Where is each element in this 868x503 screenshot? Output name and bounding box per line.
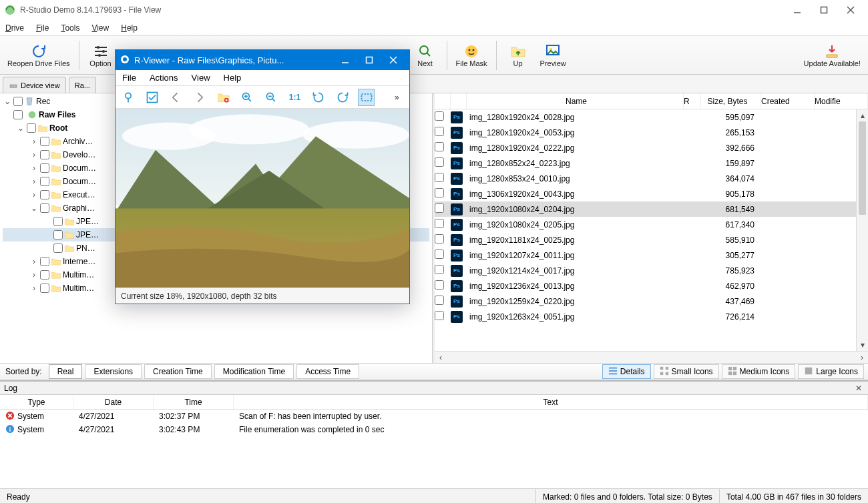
tree-checkbox[interactable] [40, 257, 49, 266]
prev-icon[interactable] [167, 89, 184, 106]
expand-icon[interactable]: ⌄ [16, 123, 25, 133]
file-row[interactable]: Psimg_1920x1207x24_0011.jpg305,277 [435, 247, 868, 263]
log-col-time[interactable]: Time [154, 395, 234, 409]
expand-icon[interactable]: ⌄ [29, 203, 39, 213]
expand-icon[interactable]: › [29, 163, 39, 173]
up-button[interactable]: Up [502, 38, 534, 73]
tree-checkbox[interactable] [40, 190, 49, 199]
menu-help[interactable]: Help [121, 23, 138, 33]
scroll-right-icon[interactable]: › [856, 353, 868, 362]
file-row[interactable]: Psimg_1280x1920x24_0028.jpg595,097 [435, 109, 868, 125]
expand-icon[interactable]: › [29, 270, 39, 280]
tree-checkbox[interactable] [53, 243, 63, 253]
tree-checkbox[interactable] [40, 270, 49, 280]
file-checkbox[interactable] [435, 127, 444, 136]
expand-icon[interactable]: › [29, 284, 39, 293]
file-checkbox[interactable] [435, 249, 444, 259]
tree-checkbox[interactable] [13, 110, 23, 119]
file-checkbox[interactable] [435, 219, 444, 228]
rotate-right-icon[interactable] [334, 89, 351, 106]
file-row[interactable]: Psimg_1280x1920x24_0222.jpg392,666 [435, 140, 868, 155]
tree-checkbox[interactable] [40, 203, 49, 213]
file-row[interactable]: Psimg_1920x1263x24_0051.jpg726,214 [435, 309, 868, 324]
recover-icon[interactable] [215, 89, 232, 106]
zoom-actual-icon[interactable]: 1:1 [286, 89, 304, 106]
scroll-down-icon[interactable]: ▾ [857, 339, 868, 351]
sort-button[interactable]: Access Time [296, 364, 359, 379]
view-mode-button[interactable]: Details [602, 364, 651, 379]
vertical-scrollbar[interactable]: ▴ ▾ [856, 109, 868, 351]
rviewer-menu-view[interactable]: View [192, 73, 210, 83]
column-modified[interactable]: Modifie [815, 93, 868, 109]
view-mode-button[interactable]: Medium Icons [722, 364, 796, 379]
file-row[interactable]: Psimg_1920x1259x24_0220.jpg437,469 [435, 294, 868, 309]
pin-icon[interactable] [120, 89, 137, 106]
select-icon[interactable] [144, 89, 161, 106]
view-mode-button[interactable]: Small Icons [654, 364, 719, 379]
menu-tools[interactable]: Tools [61, 23, 79, 33]
more-icon[interactable]: » [388, 89, 405, 106]
view-mode-button[interactable]: Large Icons [798, 364, 864, 379]
rviewer-maximize-button[interactable] [357, 51, 381, 69]
file-checkbox[interactable] [435, 265, 444, 274]
menu-file[interactable]: File [36, 23, 49, 33]
rviewer-close-button[interactable] [381, 51, 405, 69]
file-checkbox[interactable] [435, 311, 444, 320]
tree-checkbox[interactable] [40, 163, 49, 173]
file-row[interactable]: Psimg_1920x1236x24_0013.jpg462,970 [435, 278, 868, 294]
rviewer-menu-help[interactable]: Help [224, 73, 242, 83]
sort-button[interactable]: Real [49, 364, 83, 379]
file-row[interactable]: Psimg_1920x1080x24_0204.jpg681,549 [435, 201, 868, 217]
expand-icon[interactable]: › [29, 190, 39, 199]
sort-button[interactable]: Extensions [85, 364, 142, 379]
scroll-up-icon[interactable]: ▴ [857, 109, 868, 121]
file-row[interactable]: Psimg_1306x1920x24_0043.jpg905,178 [435, 186, 868, 201]
scroll-thumb[interactable] [859, 121, 866, 215]
options-button[interactable]: Option [85, 38, 117, 73]
rviewer-minimize-button[interactable] [333, 51, 357, 69]
tree-checkbox[interactable] [40, 150, 49, 159]
column-created[interactable]: Created [761, 93, 815, 109]
rotate-left-icon[interactable] [310, 89, 327, 106]
tree-checkbox[interactable] [40, 284, 49, 293]
log-col-date[interactable]: Date [73, 395, 154, 409]
fit-screen-icon[interactable] [358, 89, 375, 106]
rviewer-titlebar[interactable]: R-Viewer - Raw Files\Graphics, Pictu... [116, 50, 409, 70]
menu-view[interactable]: View [91, 23, 109, 33]
zoom-in-icon[interactable] [238, 89, 256, 106]
expand-icon[interactable]: ⌄ [3, 97, 12, 106]
expand-icon[interactable]: › [29, 137, 39, 146]
file-mask-button[interactable]: File Mask [453, 38, 491, 73]
file-checkbox[interactable] [435, 280, 444, 290]
find-next-button[interactable]: Next [409, 38, 441, 73]
zoom-out-icon[interactable] [262, 89, 280, 106]
expand-icon[interactable]: › [29, 177, 39, 186]
close-button[interactable] [837, 1, 864, 19]
expand-icon[interactable]: › [29, 257, 39, 266]
column-r[interactable]: R [684, 93, 701, 109]
tree-checkbox[interactable] [27, 123, 36, 133]
sort-button[interactable]: Modification Time [214, 364, 294, 379]
next-icon[interactable] [191, 89, 208, 106]
file-checkbox[interactable] [435, 142, 444, 151]
file-checkbox[interactable] [435, 111, 444, 121]
rviewer-window[interactable]: R-Viewer - Raw Files\Graphics, Pictu... … [115, 49, 410, 304]
minimize-button[interactable] [784, 1, 811, 19]
file-row[interactable]: Psimg_1920x1214x24_0017.jpg785,923 [435, 263, 868, 278]
rviewer-menu-actions[interactable]: Actions [150, 73, 178, 83]
file-checkbox[interactable] [435, 234, 444, 243]
tree-checkbox[interactable] [13, 97, 23, 106]
tree-checkbox[interactable] [40, 137, 49, 146]
file-row[interactable]: Psimg_1280x852x24_0223.jpg159,897 [435, 155, 868, 171]
scroll-left-icon[interactable]: ‹ [435, 353, 447, 362]
file-checkbox[interactable] [435, 188, 444, 197]
file-checkbox[interactable] [435, 296, 444, 305]
log-col-text[interactable]: Text [234, 395, 868, 409]
horizontal-scrollbar[interactable]: ‹ › [435, 351, 868, 363]
column-name[interactable]: Name [467, 93, 684, 109]
log-close-button[interactable]: ✕ [853, 383, 864, 394]
tree-checkbox[interactable] [40, 177, 49, 186]
rviewer-menu-file[interactable]: File [122, 73, 136, 83]
sort-button[interactable]: Creation Time [144, 364, 212, 379]
file-row[interactable]: Psimg_1920x1080x24_0205.jpg617,340 [435, 217, 868, 232]
